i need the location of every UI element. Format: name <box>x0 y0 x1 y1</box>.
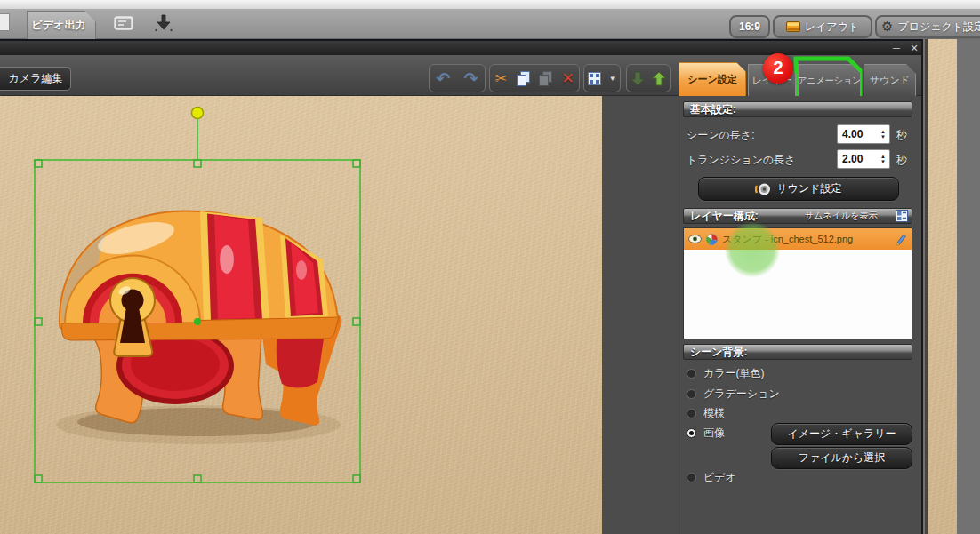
comment-panel-icon[interactable] <box>114 16 133 31</box>
redo-icon[interactable]: ↷ <box>464 68 478 89</box>
layer-order-group <box>626 64 671 92</box>
window-top-edge <box>0 0 980 9</box>
background-canvas-strip <box>925 39 957 534</box>
speaker-icon <box>755 182 771 196</box>
grid-select-icon[interactable] <box>588 72 601 85</box>
show-thumbnails-label[interactable]: サムネイルを表示 <box>805 210 877 222</box>
scene-length-unit: 秒 <box>896 128 907 143</box>
partial-tab[interactable] <box>0 13 10 31</box>
delete-icon[interactable]: ✕ <box>562 69 574 88</box>
treasure-chest-image[interactable] <box>49 208 351 450</box>
transition-length-label: トランジションの長さ <box>687 153 796 168</box>
transition-length-stepper[interactable]: ▲▼ <box>877 154 889 164</box>
camera-edit-button[interactable]: カメラ編集 <box>0 67 71 91</box>
radio-color[interactable]: カラー(単色) <box>687 366 765 381</box>
minimize-button[interactable]: ─ <box>888 42 904 54</box>
editor-window-titlebar <box>0 41 921 55</box>
scene-length-input[interactable]: 4.00 ▲▼ <box>837 124 890 144</box>
radio-color-bullet[interactable] <box>687 369 696 379</box>
tab-video-output[interactable]: ビデオ出力 <box>27 11 96 39</box>
scene-length-label: シーンの長さ: <box>687 128 754 143</box>
layout-button[interactable]: レイアウト <box>773 15 872 38</box>
paste-icon[interactable] <box>539 71 552 86</box>
scene-background-header: シーン背景: <box>683 344 912 360</box>
layer-label: スタンプ - icn_chest_512.png <box>722 233 890 246</box>
sound-settings-button[interactable]: サウンド設定 <box>698 177 899 201</box>
copy-icon[interactable] <box>517 71 530 86</box>
radio-pattern[interactable]: 模様 <box>687 406 725 421</box>
undo-redo-group: ↶ ↷ <box>429 64 486 92</box>
gear-icon: ⚙ <box>881 19 893 35</box>
tab-animation[interactable]: アニメーション <box>798 64 861 96</box>
close-button[interactable]: ✕ <box>906 42 922 54</box>
radio-image-bullet[interactable] <box>687 428 696 438</box>
tab-sound[interactable]: サウンド <box>864 64 916 96</box>
visibility-eye-icon[interactable] <box>688 235 702 243</box>
scene-length-stepper[interactable]: ▲▼ <box>877 129 889 139</box>
image-gallery-button[interactable]: イメージ・ギャラリー <box>771 423 912 445</box>
app-root: ビデオ出力 16:9 レイアウト ⚙ プロジェクト設定 ─ ✕ <box>0 0 980 534</box>
download-icon[interactable] <box>154 13 173 33</box>
undo-icon[interactable]: ↶ <box>437 68 451 89</box>
radio-video-bullet[interactable] <box>687 473 696 482</box>
transition-length-input[interactable]: 2.00 ▲▼ <box>837 149 890 169</box>
project-settings-button[interactable]: ⚙ プロジェクト設定 <box>875 15 980 38</box>
layout-icon <box>786 21 800 32</box>
radio-video[interactable]: ビデオ <box>687 470 736 485</box>
move-up-icon[interactable] <box>652 71 666 86</box>
stamp-type-icon <box>706 234 718 245</box>
thumbnails-toggle-icon[interactable] <box>896 210 908 222</box>
aspect-ratio-button[interactable]: 16:9 <box>729 15 770 38</box>
layers-header: レイヤー構成: <box>683 208 912 224</box>
radio-gradient[interactable]: グラデーション <box>687 387 780 402</box>
dropdown-arrow-icon[interactable]: ▼ <box>609 75 616 83</box>
basic-settings-header: 基本設定: <box>683 101 912 117</box>
step-badge: 2 <box>763 53 793 84</box>
edit-group: ✂ ✕ <box>489 64 580 92</box>
radio-image[interactable]: 画像 <box>687 426 725 441</box>
file-select-button[interactable]: ファイルから選択 <box>771 447 912 469</box>
select-mode-group: ▼ <box>583 64 621 92</box>
layer-row-stamp[interactable]: スタンプ - icn_chest_512.png <box>684 228 912 250</box>
radio-pattern-bullet[interactable] <box>687 409 696 418</box>
radio-gradient-bullet[interactable] <box>687 389 696 399</box>
transition-length-unit: 秒 <box>896 153 907 168</box>
cut-icon[interactable]: ✂ <box>494 69 507 88</box>
move-down-icon[interactable] <box>631 71 645 86</box>
edit-pencil-icon[interactable] <box>895 233 907 245</box>
tab-scene-settings[interactable]: シーン設定 <box>679 62 746 96</box>
